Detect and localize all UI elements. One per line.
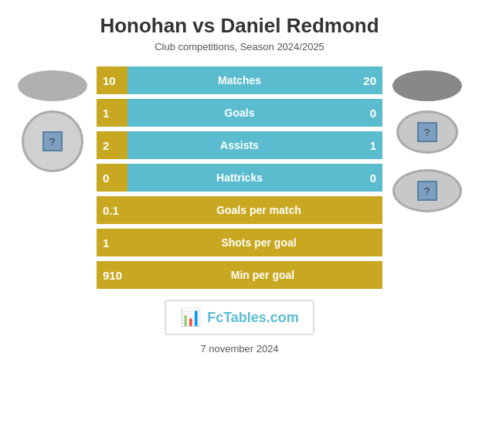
stat-row-goals: 1 Goals 0 [97,99,382,127]
left-avatar-mid: ? [22,110,83,172]
logo-chart-icon: 📊 [180,307,201,328]
stat-label-min-per-goal: Min per goal [143,261,382,289]
left-avatar-question-icon: ? [42,131,63,151]
stat-left-value-hattricks: 0 [97,164,127,192]
right-avatar-mid2: ? [392,169,462,212]
left-avatar-area: ? [8,66,97,182]
logo-section: 📊 FcTables.com [165,300,314,335]
page-subtitle: Club competitions, Season 2024/2025 [155,41,324,53]
page-title: Honohan vs Daniel Redmond [100,14,379,38]
stat-left-value-shots-per-goal: 1 [97,229,135,256]
stat-label-matches: Matches [127,66,352,94]
right-avatar-area: ? ? [382,66,471,212]
stat-left-value-min-per-goal: 910 [97,261,143,289]
stat-row-assists: 2 Assists 1 [97,131,382,159]
stat-label-assists: Assists [127,131,352,159]
logo-box: 📊 FcTables.com [165,300,314,335]
stat-row-min-per-goal: 910 Min per goal [97,261,382,289]
stat-row-matches: 10 Matches 20 [97,66,382,94]
stat-label-shots-per-goal: Shots per goal [135,229,382,256]
left-avatar-top [18,70,87,101]
stat-row-shots-per-goal: 1 Shots per goal [97,229,382,256]
stat-row-goals-per-match: 0.1 Goals per match [97,196,382,224]
stat-label-goals: Goals [127,99,352,127]
right-avatar-top [392,70,462,101]
stat-left-value-goals: 1 [97,99,127,127]
logo-text: FcTables.com [207,310,299,326]
stat-row-hattricks: 0 Hattricks 0 [97,164,382,192]
right-avatar2-question-icon: ? [417,181,437,201]
stat-right-value-hattricks: 0 [352,164,382,192]
stats-bars: 10 Matches 20 1 Goals 0 2 Assists 1 [97,66,382,289]
stat-left-value-assists: 2 [97,131,127,159]
stat-label-goals-per-match: Goals per match [135,196,382,224]
right-avatar-mid: ? [396,110,458,154]
stat-right-value-goals: 0 [352,99,382,127]
stat-right-value-assists: 1 [352,131,382,159]
stat-right-value-matches: 20 [352,66,382,94]
right-avatar-question-icon: ? [417,122,437,142]
stat-label-hattricks: Hattricks [127,164,352,192]
stat-left-value-matches: 10 [97,66,127,94]
stat-left-value-goals-per-match: 0.1 [97,196,135,224]
date-label: 7 november 2024 [200,343,278,355]
